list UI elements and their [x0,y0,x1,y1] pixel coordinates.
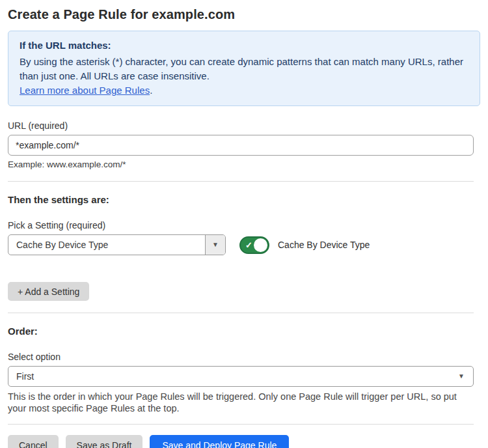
chevron-down-icon: ▼ [212,242,219,248]
link-period: . [150,85,152,96]
order-section-heading: Order: [8,326,480,337]
toggle-knob [254,238,267,252]
divider [8,424,474,425]
info-box-link-line: Learn more about Page Rules. [20,83,468,98]
cancel-button[interactable]: Cancel [8,435,59,448]
check-icon: ✓ [245,240,252,250]
footer-actions: Cancel Save as Draft Save and Deploy Pag… [8,435,480,448]
info-box-heading: If the URL matches: [20,38,468,53]
info-box-body: By using the asterisk (*) character, you… [20,55,468,83]
order-help-text: This is the order in which your Page Rul… [8,391,474,414]
url-match-info-box: If the URL matches: By using the asteris… [8,31,480,106]
url-field-label: URL (required) [8,120,480,131]
setting-select-value: Cache By Device Type [8,235,205,255]
toggle-label: Cache By Device Type [278,240,370,250]
settings-section-heading: Then the settings are: [8,194,480,206]
pick-setting-label: Pick a Setting (required) [8,220,480,231]
chevron-down-icon: ▼ [458,373,465,380]
url-input[interactable] [8,135,474,156]
order-select-label: Select option [8,352,480,362]
cache-by-device-type-toggle[interactable]: ✓ [239,236,269,254]
order-select-value: First [8,367,473,386]
order-select[interactable]: First ▼ [8,366,474,387]
setting-select[interactable]: Cache By Device Type ▼ [8,234,226,255]
page-title: Create a Page Rule for example.com [8,5,480,23]
setting-row: Cache By Device Type ▼ ✓ Cache By Device… [8,234,480,255]
setting-select-arrow-button[interactable]: ▼ [205,235,225,255]
divider [8,181,474,182]
add-setting-button[interactable]: + Add a Setting [8,282,89,301]
save-as-draft-button[interactable]: Save as Draft [66,435,143,448]
learn-more-link[interactable]: Learn more about Page Rules [20,85,150,96]
save-and-deploy-button[interactable]: Save and Deploy Page Rule [150,435,289,448]
divider [8,313,474,313]
url-example-hint: Example: www.example.com/* [8,160,480,169]
